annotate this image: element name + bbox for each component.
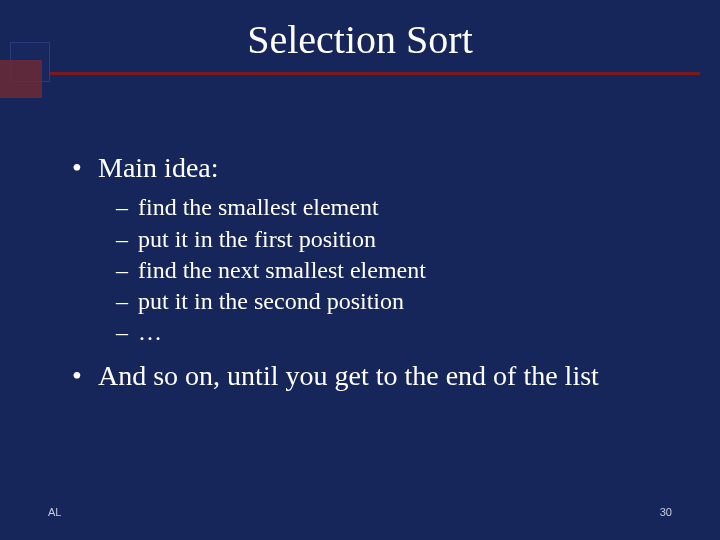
- sub-marker: –: [116, 286, 138, 317]
- sub-text: find the next smallest element: [138, 255, 426, 286]
- sub-item: – find the next smallest element: [116, 255, 692, 286]
- sub-item: – put it in the first position: [116, 224, 692, 255]
- title-underline: [50, 72, 700, 75]
- bullet-marker: •: [72, 150, 98, 186]
- sub-item: – …: [116, 317, 692, 348]
- bullet-item: • Main idea:: [72, 150, 692, 186]
- sub-marker: –: [116, 192, 138, 223]
- sub-list: – find the smallest element – put it in …: [116, 192, 692, 348]
- sub-text: …: [138, 317, 162, 348]
- bullet-item: • And so on, until you get to the end of…: [72, 358, 692, 394]
- slide-content: • Main idea: – find the smallest element…: [72, 150, 692, 401]
- sub-marker: –: [116, 255, 138, 286]
- sub-item: – find the smallest element: [116, 192, 692, 223]
- sub-text: put it in the first position: [138, 224, 376, 255]
- sub-marker: –: [116, 317, 138, 348]
- sub-item: – put it in the second position: [116, 286, 692, 317]
- bullet-text: And so on, until you get to the end of t…: [98, 358, 599, 394]
- bullet-text: Main idea:: [98, 150, 219, 186]
- sub-text: find the smallest element: [138, 192, 379, 223]
- sub-text: put it in the second position: [138, 286, 404, 317]
- sub-marker: –: [116, 224, 138, 255]
- slide-title: Selection Sort: [0, 16, 720, 63]
- footer-author: AL: [48, 506, 61, 518]
- corner-box-fill: [0, 60, 42, 98]
- bullet-marker: •: [72, 358, 98, 394]
- slide-number: 30: [660, 506, 672, 518]
